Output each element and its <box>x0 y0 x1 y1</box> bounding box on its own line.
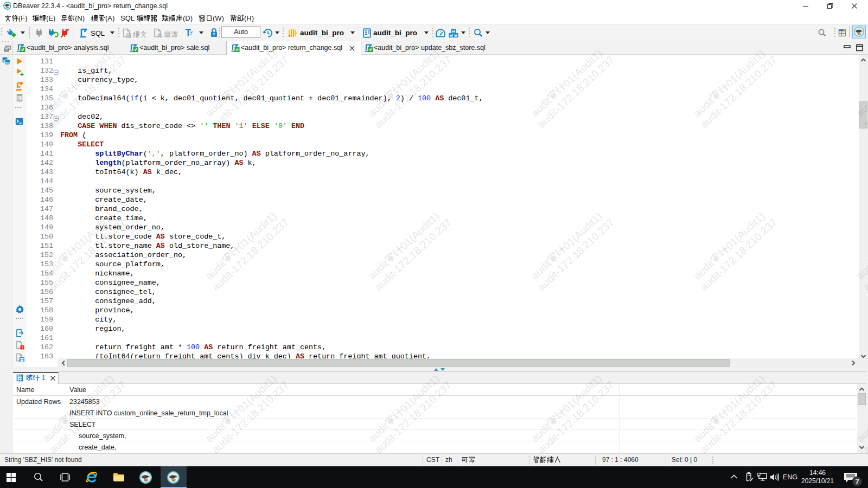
svg-text:7: 7 <box>855 478 859 486</box>
